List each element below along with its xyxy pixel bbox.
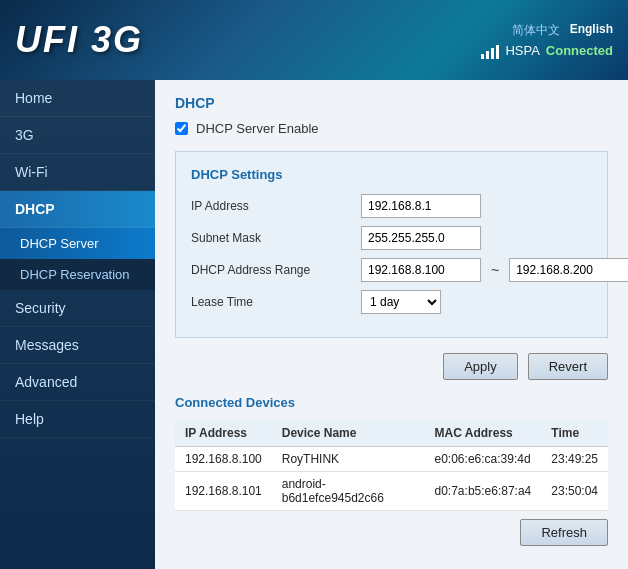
sidebar-item-dhcp[interactable]: DHCP (0, 191, 155, 228)
ip-address-label: IP Address (191, 199, 351, 213)
sidebar-item-messages[interactable]: Messages (0, 327, 155, 364)
logo: UFI 3G (15, 19, 143, 61)
language-bar: 简体中文 English (512, 22, 613, 39)
main-content: DHCP DHCP Server Enable DHCP Settings IP… (155, 80, 628, 569)
subnet-mask-row: Subnet Mask (191, 226, 592, 250)
sidebar-item-dhcp-server[interactable]: DHCP Server (0, 228, 155, 259)
dhcp-enable-row: DHCP Server Enable (175, 121, 608, 136)
devices-title: Connected Devices (175, 395, 608, 410)
ip-address-row: IP Address (191, 194, 592, 218)
cell-time: 23:49:25 (541, 447, 608, 472)
connected-devices-section: Connected Devices IP Address Device Name… (175, 395, 608, 546)
devices-table: IP Address Device Name MAC Address Time … (175, 420, 608, 511)
refresh-button[interactable]: Refresh (520, 519, 608, 546)
sidebar: Home 3G Wi-Fi DHCP DHCP Server DHCP Rese… (0, 80, 155, 569)
dhcp-enable-label: DHCP Server Enable (196, 121, 319, 136)
table-row: 192.168.8.100RoyTHINKe0:06:e6:ca:39:4d23… (175, 447, 608, 472)
col-mac: MAC Address (425, 420, 542, 447)
dhcp-range-end-input[interactable] (509, 258, 628, 282)
ip-address-input[interactable] (361, 194, 481, 218)
sidebar-item-advanced[interactable]: Advanced (0, 364, 155, 401)
signal-icon (481, 43, 499, 59)
devices-table-body: 192.168.8.100RoyTHINKe0:06:e6:ca:39:4d23… (175, 447, 608, 511)
revert-button[interactable]: Revert (528, 353, 608, 380)
header: UFI 3G 简体中文 English HSPA Connected (0, 0, 628, 80)
subnet-mask-label: Subnet Mask (191, 231, 351, 245)
cell-name: android-b6d1efce945d2c66 (272, 472, 425, 511)
signal-type-label: HSPA (505, 43, 539, 58)
lang-chinese[interactable]: 简体中文 (512, 22, 560, 39)
lang-english[interactable]: English (570, 22, 613, 39)
col-device: Device Name (272, 420, 425, 447)
cell-ip: 192.168.8.101 (175, 472, 272, 511)
lease-time-select[interactable]: 1 day 2 days 7 days 1 hour (361, 290, 441, 314)
apply-button[interactable]: Apply (443, 353, 518, 380)
settings-title: DHCP Settings (191, 167, 592, 182)
lease-time-label: Lease Time (191, 295, 351, 309)
sidebar-item-wifi[interactable]: Wi-Fi (0, 154, 155, 191)
table-row: 192.168.8.101android-b6d1efce945d2c66d0:… (175, 472, 608, 511)
dhcp-range-label: DHCP Address Range (191, 263, 351, 277)
cell-time: 23:50:04 (541, 472, 608, 511)
cell-mac: e0:06:e6:ca:39:4d (425, 447, 542, 472)
col-ip: IP Address (175, 420, 272, 447)
col-time: Time (541, 420, 608, 447)
dhcp-range-row: DHCP Address Range ~ (191, 258, 592, 282)
range-separator: ~ (491, 262, 499, 278)
dhcp-range-start-input[interactable] (361, 258, 481, 282)
refresh-row: Refresh (175, 519, 608, 546)
cell-name: RoyTHINK (272, 447, 425, 472)
layout: Home 3G Wi-Fi DHCP DHCP Server DHCP Rese… (0, 80, 628, 569)
header-right: 简体中文 English HSPA Connected (481, 22, 613, 59)
dhcp-settings-box: DHCP Settings IP Address Subnet Mask DHC… (175, 151, 608, 338)
subnet-mask-input[interactable] (361, 226, 481, 250)
dhcp-enable-checkbox[interactable] (175, 122, 188, 135)
cell-mac: d0:7a:b5:e6:87:a4 (425, 472, 542, 511)
cell-ip: 192.168.8.100 (175, 447, 272, 472)
devices-table-header: IP Address Device Name MAC Address Time (175, 420, 608, 447)
sidebar-item-security[interactable]: Security (0, 290, 155, 327)
page-title: DHCP (175, 95, 608, 111)
status-bar: HSPA Connected (481, 43, 613, 59)
sidebar-item-help[interactable]: Help (0, 401, 155, 438)
lease-time-row: Lease Time 1 day 2 days 7 days 1 hour (191, 290, 592, 314)
sidebar-item-home[interactable]: Home (0, 80, 155, 117)
sidebar-item-dhcp-reservation[interactable]: DHCP Reservation (0, 259, 155, 290)
action-buttons: Apply Revert (175, 353, 608, 380)
connection-status: Connected (546, 43, 613, 58)
sidebar-item-3g[interactable]: 3G (0, 117, 155, 154)
